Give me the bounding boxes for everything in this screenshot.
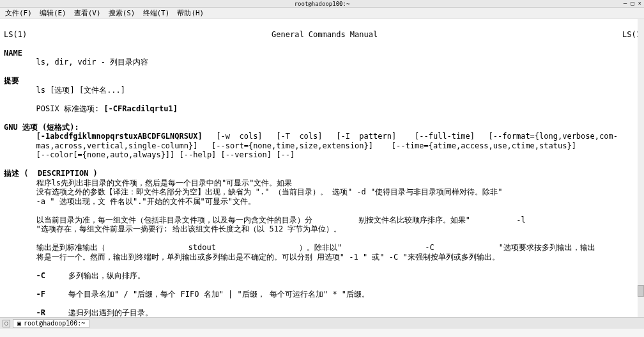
- menu-search[interactable]: 搜索(S): [106, 8, 138, 18]
- opt-f-flag: -F: [4, 290, 45, 299]
- scrollbar[interactable]: [638, 19, 644, 317]
- menu-bar: 文件(F) 编辑(E) 查看(V) 搜索(S) 终端(T) 帮助(H): [0, 8, 644, 19]
- opt-r-text: 递归列出遇到的子目录。: [45, 308, 153, 317]
- opt-f-text: 每个目录名加" / "后缀，每个 FIFO 名加" | "后缀， 每个可运行名加…: [45, 290, 369, 299]
- opt-c-flag: -C: [4, 271, 45, 280]
- desc-line7: 将是一行一个。然而，输出到终端时，单列输出或多列输出是不确定的。可以分别 用选项…: [4, 253, 500, 262]
- maximize-icon[interactable]: □: [631, 0, 634, 6]
- terminal-icon: ▣: [17, 320, 21, 327]
- show-desktop-icon[interactable]: ▢: [3, 320, 10, 327]
- synopsis-line1: ls [选项] [文件名...]: [4, 86, 125, 95]
- desc-line2: 没有选项之外的参数【译注：即文件名部分为空】出现，缺省为 "." （当前目录）。…: [4, 187, 503, 196]
- gnu-line3: [--color[={none,auto,always}]] [--help] …: [4, 150, 295, 159]
- taskbar-app-terminal[interactable]: ▣ root@hadoop100:~: [13, 319, 89, 328]
- desc-line3: -a " 选项出现，文 件名以"."开始的文件不属"可显示"文件。: [4, 197, 256, 206]
- section-gnu: GNU 选项 (短格式):: [4, 123, 79, 132]
- man-header-left: LS(1): [4, 30, 27, 39]
- opt-r-flag: -R: [4, 308, 45, 317]
- gnu-line2: mas,across,vertical,single-column}] [--s…: [4, 141, 576, 150]
- synopsis-posix-pre: POSIX 标准选项:: [4, 104, 103, 113]
- desc-line1: 程序ls先列出非目录的文件项，然后是每一个目录中的"可显示"文件。如果: [4, 178, 292, 187]
- name-line: ls, dir, vdir - 列目录内容: [4, 58, 148, 67]
- menu-file[interactable]: 文件(F): [3, 8, 34, 18]
- gnu-line1-rest: [-w cols] [-T cols] [-I pattern] [--full…: [203, 132, 618, 141]
- terminal-output[interactable]: LS(1) General Commands Manual LS(1) NAME…: [0, 19, 644, 317]
- window-title: root@hadoop100:~: [295, 1, 350, 7]
- section-name: NAME: [4, 49, 22, 58]
- taskbar: ▢ ▣ root@hadoop100:~: [0, 317, 644, 329]
- menu-edit[interactable]: 编辑(E): [37, 8, 69, 18]
- opt-c-text: 多列输出，纵向排序。: [45, 271, 145, 280]
- section-synopsis: 提要: [4, 76, 19, 85]
- synopsis-posix-bold: [-CFRacdilqrtu1]: [103, 104, 178, 113]
- menu-terminal[interactable]: 终端(T): [141, 8, 172, 18]
- close-icon[interactable]: ×: [638, 0, 641, 6]
- desc-line4: 以当前目录为准，每一组文件（包括非目录文件项，以及每一内含文件的目录）分 别按文…: [4, 216, 526, 224]
- desc-line5: "选项存在，每组文件前显示一摘要行: 给出该组文件长度之和（以 512 字节为单…: [4, 224, 341, 233]
- menu-help[interactable]: 帮助(H): [174, 8, 206, 18]
- gnu-line1-bold: [-1abcdfgiklmnopqrstuxABCDFGLNQRSUX]: [4, 132, 203, 141]
- menu-view[interactable]: 查看(V): [72, 8, 103, 18]
- taskbar-app-label: root@hadoop100:~: [24, 320, 85, 327]
- desc-line6: 输出是到标准输出（ stdout ）。除非以" -C "选项要求按多列输出，输出: [4, 243, 595, 252]
- section-description: 描述 ( DESCRIPTION ): [4, 169, 98, 178]
- minimize-icon[interactable]: –: [624, 0, 627, 6]
- man-header-center: General Commands Manual: [272, 30, 378, 39]
- scroll-thumb[interactable]: [638, 285, 644, 297]
- window-titlebar: root@hadoop100:~ – □ ×: [0, 0, 644, 8]
